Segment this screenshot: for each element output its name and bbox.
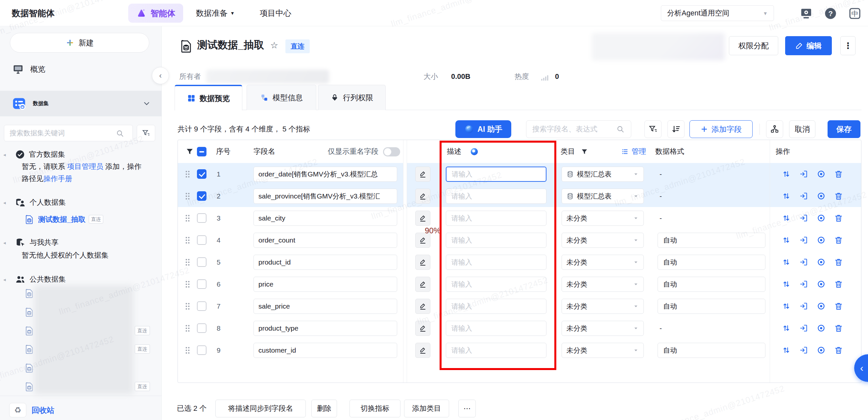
drag-handle-icon[interactable] xyxy=(185,324,190,332)
new-button[interactable]: 新建 xyxy=(10,33,149,53)
category-select[interactable]: 模型汇总表 xyxy=(562,167,644,182)
sort-fields-button[interactable] xyxy=(668,120,685,138)
delete-field-icon[interactable] xyxy=(834,346,843,355)
sidebar-collapse-button[interactable]: ‹ xyxy=(152,67,169,84)
add-category-button[interactable]: 添加类目 xyxy=(404,400,449,417)
move-field-icon[interactable] xyxy=(782,258,791,266)
dataset-file-icon[interactable] xyxy=(24,326,34,336)
move-field-icon[interactable] xyxy=(782,192,791,200)
field-search-input[interactable] xyxy=(526,120,631,138)
row-checkbox[interactable] xyxy=(197,235,207,245)
ai-description-icon[interactable] xyxy=(470,147,479,156)
permission-assign-button[interactable]: 权限分配 xyxy=(729,36,778,55)
field-name-input[interactable] xyxy=(253,277,397,292)
select-all-checkbox[interactable] xyxy=(197,147,207,156)
category-select[interactable]: 未分类 xyxy=(562,233,644,248)
tree-node-shared-with-me[interactable]: 与我共享 xyxy=(15,235,59,250)
row-checkbox[interactable] xyxy=(197,191,207,201)
tree-collapse-icon[interactable]: ◂ xyxy=(3,200,6,206)
delete-field-icon[interactable] xyxy=(834,324,843,332)
ai-assistant-button[interactable]: AI 助手 xyxy=(455,120,511,138)
edit-field-name-button[interactable] xyxy=(415,167,430,182)
delete-field-icon[interactable] xyxy=(834,192,843,200)
data-format-input[interactable]: 自动 xyxy=(658,343,766,358)
language-icon[interactable] xyxy=(848,7,861,20)
filter-icon[interactable] xyxy=(186,148,194,156)
filter-fields-button[interactable] xyxy=(644,120,661,138)
edit-field-name-button[interactable] xyxy=(415,277,430,292)
help-icon[interactable] xyxy=(824,7,837,20)
drag-handle-icon[interactable] xyxy=(185,280,190,288)
console-monitor-icon[interactable] xyxy=(800,7,813,20)
more-menu-button[interactable]: ⋮ xyxy=(840,36,856,55)
insert-field-icon[interactable] xyxy=(799,346,808,355)
dataset-file-icon[interactable] xyxy=(24,345,34,354)
delete-field-icon[interactable] xyxy=(834,236,843,245)
field-name-input[interactable] xyxy=(253,255,397,270)
cancel-button[interactable]: 取消 xyxy=(789,120,815,138)
drag-handle-icon[interactable] xyxy=(185,236,190,244)
tree-item-dataset-selected[interactable]: 测试数据_抽取直连 xyxy=(24,212,103,227)
description-input[interactable] xyxy=(446,233,547,248)
description-input[interactable] xyxy=(446,299,547,314)
dataset-file-icon[interactable] xyxy=(24,363,34,373)
edit-field-name-button[interactable] xyxy=(415,343,430,358)
delete-field-icon[interactable] xyxy=(834,258,843,266)
switch-metric-button[interactable]: 切换指标 xyxy=(349,400,400,417)
tree-collapse-icon[interactable]: ◂ xyxy=(3,277,6,283)
tree-collapse-icon[interactable]: ◂ xyxy=(3,240,6,246)
delete-field-icon[interactable] xyxy=(834,280,843,289)
row-checkbox[interactable] xyxy=(197,346,207,355)
delete-field-icon[interactable] xyxy=(834,302,843,311)
sync-description-button[interactable]: 将描述同步到字段名 xyxy=(215,400,306,417)
nav-item-agent[interactable]: 智能体 xyxy=(128,4,183,23)
workspace-select[interactable]: 分析Agent通用空间 ▼ xyxy=(661,5,774,21)
sidebar-item-datasets[interactable]: 数据集 xyxy=(0,91,162,116)
insert-field-icon[interactable] xyxy=(799,214,808,223)
drag-handle-icon[interactable] xyxy=(185,170,190,178)
data-format-input[interactable]: 自动 xyxy=(658,255,766,270)
drag-handle-icon[interactable] xyxy=(185,214,190,222)
field-name-input[interactable] xyxy=(253,189,397,204)
delete-button[interactable]: 删除 xyxy=(311,400,337,417)
nav-item-project-center[interactable]: 项目中心 xyxy=(260,0,291,26)
data-format-input[interactable]: 自动 xyxy=(658,233,766,248)
filter-icon[interactable] xyxy=(581,148,588,155)
preview-field-icon[interactable] xyxy=(817,280,826,289)
field-name-input[interactable] xyxy=(253,299,397,314)
category-select[interactable]: 未分类 xyxy=(562,255,644,270)
field-name-input[interactable] xyxy=(253,321,397,336)
relation-view-button[interactable] xyxy=(766,120,783,138)
category-select[interactable]: 未分类 xyxy=(562,299,644,314)
row-checkbox[interactable] xyxy=(197,279,207,289)
row-checkbox[interactable] xyxy=(197,323,207,333)
edit-field-name-button[interactable] xyxy=(415,211,430,226)
dataset-file-icon[interactable] xyxy=(24,289,34,298)
field-name-input[interactable] xyxy=(253,343,397,358)
description-input[interactable] xyxy=(446,255,547,270)
recycle-bin-link[interactable]: 回收站 xyxy=(32,403,54,417)
move-field-icon[interactable] xyxy=(782,280,791,289)
dataset-filter-button[interactable] xyxy=(137,125,155,141)
delete-field-icon[interactable] xyxy=(834,169,843,179)
insert-field-icon[interactable] xyxy=(799,324,808,332)
dataset-file-icon[interactable] xyxy=(24,382,34,392)
insert-field-icon[interactable] xyxy=(799,169,808,179)
preview-field-icon[interactable] xyxy=(817,302,826,311)
project-admin-link[interactable]: 项目管理员 xyxy=(67,162,103,170)
edit-field-name-button[interactable] xyxy=(415,299,430,314)
save-button[interactable]: 保存 xyxy=(828,120,861,138)
preview-field-icon[interactable] xyxy=(817,324,826,332)
description-input[interactable] xyxy=(446,343,547,358)
sidebar-item-overview[interactable]: 概览 xyxy=(0,60,162,78)
dataset-file-icon[interactable] xyxy=(24,307,34,317)
description-input[interactable] xyxy=(446,277,547,292)
favorite-star-icon[interactable]: ☆ xyxy=(270,40,278,51)
delete-field-icon[interactable] xyxy=(834,214,843,223)
edit-field-name-button[interactable] xyxy=(415,321,430,336)
row-checkbox[interactable] xyxy=(197,169,207,179)
preview-field-icon[interactable] xyxy=(817,169,826,179)
category-select[interactable]: 未分类 xyxy=(562,277,644,292)
move-field-icon[interactable] xyxy=(782,346,791,355)
preview-field-icon[interactable] xyxy=(817,258,826,266)
